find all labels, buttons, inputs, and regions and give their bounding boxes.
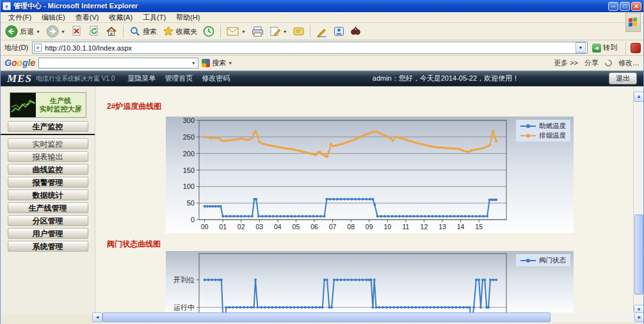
- sidebar: 生产线 实时监控大屏 生产监控实时监控报表输出曲线监控报警管理数据统计生产线管理…: [1, 86, 95, 315]
- sidebar-item[interactable]: 用户管理: [8, 228, 88, 239]
- google-search-label: 搜索: [212, 58, 226, 68]
- svg-text:06: 06: [310, 223, 318, 231]
- mail-button[interactable]: ▼: [225, 26, 248, 37]
- mail-dropdown[interactable]: ▼: [241, 29, 246, 34]
- mail-icon: [227, 26, 239, 36]
- home-button[interactable]: [104, 25, 119, 38]
- wrench-icon[interactable]: [604, 58, 614, 69]
- svg-text:0: 0: [191, 216, 195, 223]
- chart-canvas: 开到位运行中: [166, 251, 574, 315]
- sidebar-item[interactable]: 生产线管理: [8, 202, 88, 213]
- sidebar-item[interactable]: 报表输出: [8, 151, 88, 162]
- address-input[interactable]: [44, 44, 576, 53]
- scroll-up-button[interactable]: ▲: [634, 92, 644, 102]
- main-area: 生产线 实时监控大屏 生产监控实时监控报表输出曲线监控报警管理数据统计生产线管理…: [1, 86, 643, 315]
- browser-window: e 管理中心 - Microsoft Internet Explorer ─ □…: [0, 0, 644, 324]
- horizontal-scroll-thumb[interactable]: [102, 312, 551, 322]
- google-settings-link[interactable]: 修改…: [618, 58, 640, 68]
- forward-button[interactable]: ▼: [44, 24, 67, 38]
- sidebar-menu: 生产监控实时监控报表输出曲线监控报警管理数据统计生产线管理分区管理用户管理系统管…: [1, 121, 95, 252]
- go-button[interactable]: ➜ 转到: [590, 42, 621, 53]
- svg-text:10: 10: [383, 223, 391, 231]
- minimize-button[interactable]: ─: [608, 2, 618, 11]
- discuss-button[interactable]: [291, 26, 306, 37]
- research-button[interactable]: [348, 26, 363, 37]
- signature-button[interactable]: [314, 26, 330, 38]
- google-search-more[interactable]: ▼: [228, 61, 232, 65]
- mes-nav-link[interactable]: 显隐菜单: [127, 74, 156, 83]
- search-icon: [129, 26, 141, 37]
- search-button[interactable]: 搜索: [127, 25, 159, 38]
- welcome-text: admin：您好，今天是2014-05-22，欢迎使用！: [373, 74, 519, 83]
- edit-icon: [270, 26, 281, 37]
- menu-item[interactable]: 帮助(H): [171, 12, 205, 23]
- close-button[interactable]: ✕: [631, 2, 641, 11]
- svg-text:150: 150: [183, 166, 195, 174]
- chart1-legend: 助燃温度排烟温度: [516, 120, 570, 142]
- svg-text:01: 01: [219, 223, 227, 231]
- mes-nav-link[interactable]: 修改密码: [202, 74, 230, 83]
- addon-icon[interactable]: [631, 43, 641, 53]
- logout-button[interactable]: 退出: [609, 72, 637, 85]
- google-search-button[interactable]: 搜索 ▼: [202, 58, 232, 68]
- sidebar-item[interactable]: 曲线监控: [8, 164, 88, 175]
- ie-icon: e: [3, 2, 11, 10]
- scroll-right-button[interactable]: ►: [634, 312, 644, 322]
- forward-dropdown[interactable]: ▼: [61, 29, 65, 34]
- svg-text:09: 09: [366, 223, 373, 231]
- messenger-icon: [334, 26, 344, 36]
- svg-text:12: 12: [421, 223, 428, 231]
- banner-line2: 实时监控大屏: [40, 105, 82, 113]
- sidebar-item[interactable]: 生产监控: [8, 121, 88, 132]
- vertical-scroll-thumb[interactable]: [634, 215, 643, 295]
- favorites-button[interactable]: 收藏夹: [161, 25, 199, 38]
- content-area: 2#炉温度曲线图 助燃温度排烟温度 0501001502002503000001…: [95, 86, 633, 315]
- svg-text:04: 04: [274, 223, 282, 231]
- menu-item[interactable]: 文件(F): [3, 12, 36, 23]
- sidebar-item[interactable]: 系统管理: [8, 241, 88, 252]
- go-label: 转到: [603, 43, 617, 53]
- refresh-button[interactable]: [86, 25, 102, 38]
- banner-line1: 生产线: [50, 97, 71, 104]
- back-button[interactable]: 后退 ▼: [3, 24, 42, 38]
- sidebar-item[interactable]: 数据统计: [8, 190, 88, 200]
- print-button[interactable]: [250, 26, 266, 38]
- stop-button[interactable]: [69, 25, 85, 38]
- chart-canvas: 0501001502002503000001020304050607080910…: [166, 117, 574, 233]
- back-dropdown[interactable]: ▼: [36, 29, 40, 34]
- menu-item[interactable]: 收藏(A): [104, 12, 138, 23]
- google-more-link[interactable]: 更多 >>: [554, 58, 578, 68]
- svg-text:300: 300: [183, 117, 195, 124]
- google-g-icon: [202, 59, 210, 67]
- svg-text:02: 02: [237, 223, 245, 231]
- page-icon: e: [34, 44, 42, 52]
- messenger-button[interactable]: [332, 26, 346, 37]
- vertical-scrollbar[interactable]: ▲ ▼: [633, 86, 643, 315]
- svg-text:14: 14: [457, 223, 465, 231]
- sidebar-item[interactable]: 分区管理: [8, 215, 88, 226]
- svg-text:运行中: 运行中: [173, 304, 195, 311]
- menu-item[interactable]: 编辑(E): [36, 12, 70, 23]
- menu-item[interactable]: 工具(T): [138, 12, 171, 23]
- menu-item[interactable]: 查看(V): [70, 12, 104, 23]
- mes-nav-link[interactable]: 管理首页: [165, 74, 193, 83]
- legend-entry: 阀门状态: [520, 255, 566, 265]
- google-toolbar: Google ▼ 搜索 ▼ 更多 >> 分享 修改…: [1, 56, 643, 71]
- sidebar-item[interactable]: 报警管理: [8, 177, 88, 188]
- svg-text:开到位: 开到位: [173, 276, 195, 284]
- history-button[interactable]: [201, 25, 216, 38]
- google-search-dropdown[interactable]: ▼: [189, 61, 198, 65]
- mes-logo: MES: [7, 72, 32, 85]
- scroll-left-button[interactable]: ◄: [92, 312, 102, 322]
- discuss-icon: [293, 27, 304, 36]
- horizontal-scrollbar[interactable]: ◄ ►: [92, 312, 644, 322]
- google-share-link[interactable]: 分享: [584, 58, 599, 68]
- google-search-input[interactable]: [39, 59, 189, 68]
- sidebar-item[interactable]: 实时监控: [8, 138, 88, 149]
- maximize-button[interactable]: □: [620, 2, 630, 11]
- google-search-box: ▼: [38, 58, 198, 69]
- edit-button[interactable]: ▼: [268, 26, 289, 38]
- address-dropdown[interactable]: ▼: [576, 42, 586, 53]
- edit-dropdown[interactable]: ▼: [283, 29, 287, 34]
- monitor-banner[interactable]: 生产线 实时监控大屏: [10, 92, 86, 118]
